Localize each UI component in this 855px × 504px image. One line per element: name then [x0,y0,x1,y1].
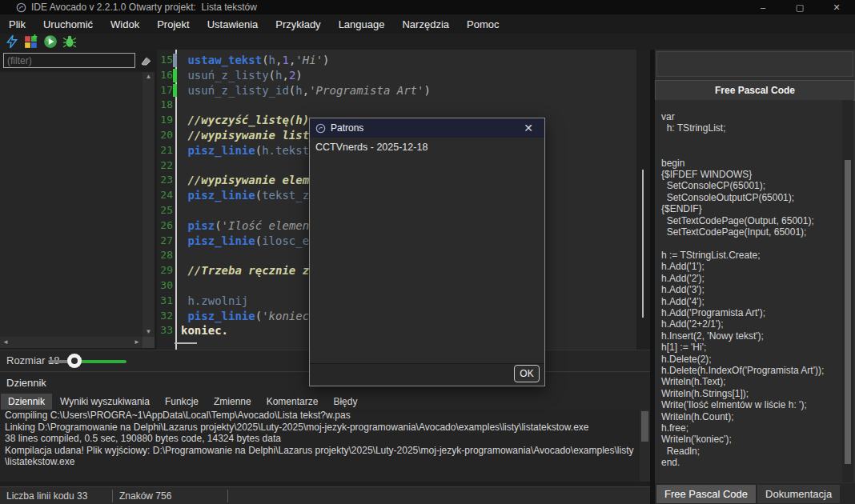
tab-funkcje[interactable]: Funkcje [158,394,206,410]
code-segment: h.tekst [262,144,309,157]
pascal-code-line [661,146,842,157]
code-segment: ( [215,219,221,232]
menu-narz-dzia[interactable]: Narzędzia [393,18,458,30]
editor-hscroll-thumb[interactable] [175,342,197,344]
log-line: Linking D:\Programowanie na Delphi\Lazar… [5,422,640,434]
dialog-title: Patrons [331,122,363,134]
pascal-code-line: var [661,111,842,122]
tab-b-dy[interactable]: Błędy [326,394,364,410]
code-text: //wypisywanie listy [181,128,316,143]
menu-pomoc[interactable]: Pomoc [458,18,508,30]
code-segment: , [303,84,309,97]
change-marker [173,69,177,82]
lightning-icon[interactable] [5,34,19,49]
tab-dziennik[interactable]: Dziennik [1,394,52,410]
code-segment: koniec. [181,324,228,337]
close-button[interactable]: ✕ [818,0,855,14]
pascal-code-line: Writeln(h.Count); [661,411,842,422]
output-vscroll-thumb[interactable] [641,411,648,442]
log-line: Kompilacja udana! Plik wyjściowy: D:\Pro… [5,445,640,457]
patron-entry: CCTVnerds - 2025-12-18 [315,142,428,153]
pascal-code-line: h := TStringList.Create; [661,250,842,261]
tab-dokumentacja[interactable]: Dokumentacja [757,485,840,503]
code-segment: 'Programista Art' [309,84,423,97]
pascal-code-line: h.Add('4'); [661,296,842,307]
maximize-button[interactable]: ▢ [781,0,818,14]
line-number: 26 [157,218,173,234]
pascal-code-line: SetConsoleOutputCP(65001); [661,192,842,203]
editor-vscrollbar[interactable] [636,50,650,350]
scrollbar-corner [142,337,155,348]
pascal-code-line: h.Insert(2, 'Nowy tekst'); [661,330,842,342]
scroll-up-icon[interactable]: ▲ [142,72,155,82]
tab-free-pascal-code[interactable]: Free Pascal Code [656,485,756,503]
pascal-code-line: SetTextCodePage(Output, 65001); [661,215,842,226]
pascal-code-line: Writeln('koniec'); [661,434,842,445]
scroll-right-icon[interactable]: ► [132,337,142,348]
line-number: 22 [157,158,173,174]
run-icon[interactable] [43,34,58,49]
window-title: IDE Avocado v 2.2.1.0 Otwarty projekt: L… [31,2,257,13]
code-segment: //wypisywanie listy [181,129,316,142]
dialog-close-icon[interactable]: ✕ [517,118,540,138]
scroll-down-icon[interactable]: ▼ [142,327,155,337]
menu-projekt[interactable]: Projekt [148,18,198,30]
tab-wyniki-wyszukiwania[interactable]: Wyniki wyszukiwania [53,394,157,410]
right-panel-vscroll-thumb[interactable] [845,160,851,464]
line-number: 31 [157,294,173,309]
line-number: 28 [157,248,173,263]
pascal-code-line: begin [661,158,842,169]
pascal-code-line: SetTextCodePage(Input, 65001); [661,226,842,238]
left-list-hscrollbar[interactable]: ◄ ► [0,337,142,348]
code-text: h.zwolnij [181,294,248,309]
pascal-code-view[interactable]: var h: TStringList; begin{$IFDEF WINDOWS… [655,100,842,482]
menu-widok[interactable]: Widok [102,18,148,30]
debug-icon[interactable] [62,34,77,49]
menu-plik[interactable]: Plik [0,18,34,30]
menu-przyk-ady[interactable]: Przykłady [267,18,329,30]
code-segment: h [269,54,275,66]
log-panel-title: Dziennik [6,377,46,389]
line-number: 15 [157,53,173,68]
menu-ustawienia[interactable]: Ustawienia [199,18,267,30]
compiler-output[interactable]: Compiling C:\Users\PROGRA~1\AppData\Loca… [0,410,640,482]
symbol-list[interactable] [0,72,142,337]
menu-uruchomi-[interactable]: Uruchomić [34,18,102,30]
output-vscrollbar[interactable] [640,410,650,482]
change-marker [173,84,177,98]
minimize-button[interactable]: – [745,0,781,14]
code-text: usuń_z_listy_id(h,'Programista Art') [181,83,431,98]
code-segment: ) [423,84,430,97]
ok-button[interactable]: OK [514,365,540,382]
menu-language[interactable]: Language [330,18,394,30]
pascal-code-line [661,134,842,146]
code-text: koniec. [181,323,228,338]
line-number: 27 [157,234,173,249]
line-number: 19 [157,113,173,128]
dialog-titlebar[interactable]: Patrons ✕ [310,118,544,138]
tab-komentarze[interactable]: Komentarze [259,394,326,410]
editor-line: 17 usuń_z_listy_id(h,'Programista Art') [157,83,637,98]
code-segment: h [295,84,302,97]
left-list-vscrollbar[interactable]: ▲ ▼ [142,72,155,337]
line-number: 24 [157,188,173,203]
code-segment: ( [262,54,268,66]
right-panel-title: Free Pascal Code [655,80,855,101]
right-panel-vscrollbar[interactable] [842,100,853,482]
pascal-code-line: h.Add('2+2/1'); [661,318,842,330]
font-size-slider[interactable] [67,354,82,368]
line-number: 32 [157,309,173,324]
scroll-left-icon[interactable]: ◄ [1,337,10,348]
slider-track-filled[interactable] [74,360,126,363]
titlebar: IDE Avocado v 2.2.1.0 Otwarty projekt: L… [0,0,855,14]
pascal-code-line [661,238,842,249]
filter-input[interactable] [3,53,135,68]
eraser-icon[interactable] [138,53,155,69]
code-segment: ( [255,310,262,322]
tab-zmienne[interactable]: Zmienne [207,394,259,410]
pascal-code-line: h.Add('3'); [661,284,842,295]
dialog-body: CCTVnerds - 2025-12-18 [310,138,544,364]
editor-vscroll-thumb[interactable] [642,170,644,318]
pascal-code-line: Write('Ilość elmentów w liście h: '); [661,399,842,410]
packages-icon[interactable] [24,34,38,49]
